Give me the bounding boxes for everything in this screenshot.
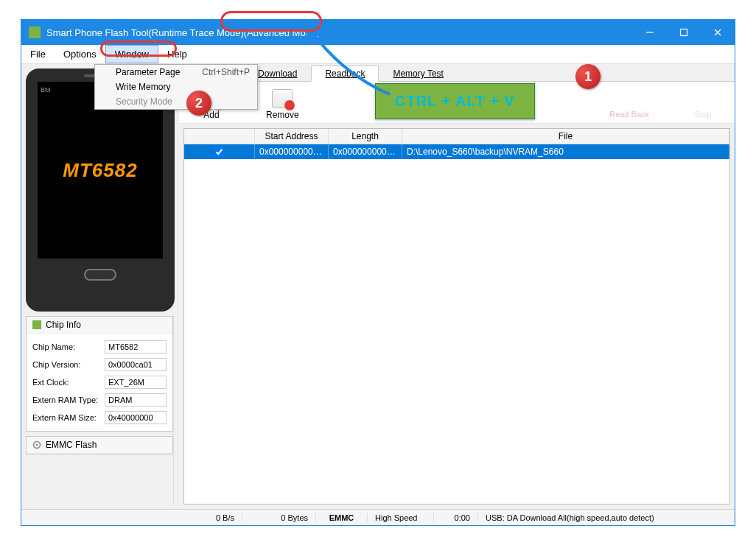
status-storage: EMMC — [316, 513, 368, 522]
window-menu-dropdown: Parameter Page Ctrl+Shift+P Write Memory… — [94, 64, 258, 110]
menu-item-label: Write Memory — [116, 82, 170, 92]
button-label: Read Back — [609, 110, 649, 119]
emmc-flash-panel: EMMC Flash — [26, 436, 173, 454]
chip-info-panel: Chip Info Chip Name:MT6582 Chip Version:… — [26, 316, 173, 432]
app-icon — [29, 27, 41, 38]
left-panel: BM MT6582 Chip Info Chip Name:MT6582 — [21, 64, 179, 509]
column-length: Length — [329, 129, 402, 144]
chip-name-value: MT6582 — [105, 340, 167, 354]
stop-icon — [693, 89, 713, 108]
tabs: Format Download Readback Memory Test — [179, 64, 735, 82]
column-file: File — [402, 129, 729, 144]
right-panel: Format Download Readback Memory Test Add… — [179, 64, 735, 509]
annotation-badge-1: 1 — [575, 64, 601, 89]
readback-button-disabled: Read Back — [609, 89, 649, 120]
menu-item-label: Parameter Page — [116, 67, 180, 77]
status-bytes: 0 Bytes — [242, 513, 316, 522]
tab-readback[interactable]: Readback — [311, 66, 379, 82]
app-window: Smart Phone Flash Tool(Runtime Trace Mod… — [21, 19, 735, 526]
menu-item-label: Security Mode — [116, 96, 172, 107]
remove-button[interactable]: Remove — [266, 89, 299, 120]
tab-memory-test[interactable]: Memory Test — [379, 66, 457, 82]
field-label: Extern RAM Size: — [32, 413, 100, 422]
panel-title: Chip Info — [46, 320, 81, 330]
window-title: Smart Phone Flash Tool(Runtime Trace Mod… — [46, 27, 319, 38]
cell-file: D:\Lenovo_S660\backup\NVRAM_S660 — [402, 144, 729, 159]
maximize-button[interactable] — [667, 20, 701, 45]
remove-icon — [272, 89, 293, 108]
menu-parameter-page[interactable]: Parameter Page Ctrl+Shift+P — [95, 65, 257, 80]
status-time: 0:00 — [434, 513, 478, 522]
menu-file[interactable]: File — [21, 45, 55, 63]
menu-shortcut: Ctrl+Shift+P — [202, 67, 250, 77]
menubar: File Options Window Help Parameter Page … — [21, 45, 735, 64]
stop-button-disabled: Stop — [693, 89, 713, 120]
status-bar: 0 B/s 0 Bytes EMMC High Speed 0:00 USB: … — [21, 509, 735, 525]
cell-start-address: 0x000000000100... — [255, 144, 329, 159]
gear-icon — [32, 440, 41, 449]
button-label: Remove — [266, 110, 299, 120]
menu-window[interactable]: Window — [105, 45, 158, 63]
field-label: Chip Version: — [32, 360, 100, 369]
annotation-text: CTRL + ALT + V — [395, 93, 515, 109]
menu-help[interactable]: Help — [158, 45, 196, 63]
panel-header: EMMC Flash — [27, 437, 172, 454]
chip-version-value: 0x0000ca01 — [105, 358, 167, 371]
phone-brand: BM — [41, 86, 51, 94]
ram-type-value: DRAM — [105, 393, 167, 407]
readback-icon — [620, 89, 639, 108]
table-row[interactable]: 0x000000000100... 0x000000000050... D:\L… — [184, 144, 729, 159]
row-checkbox[interactable] — [214, 147, 224, 157]
titlebar: Smart Phone Flash Tool(Runtime Trace Mod… — [21, 20, 735, 45]
column-start-address: Start Address — [255, 129, 329, 144]
chip-icon — [32, 320, 41, 329]
field-label: Ext Clock: — [32, 378, 100, 387]
annotation-badge-2: 2 — [186, 91, 211, 116]
svg-point-5 — [36, 444, 38, 446]
menu-options[interactable]: Options — [55, 45, 105, 63]
status-mode: High Speed — [368, 513, 434, 522]
field-label: Chip Name: — [32, 342, 100, 351]
status-speed: 0 B/s — [154, 513, 242, 522]
field-label: Extern RAM Type: — [32, 395, 100, 404]
cell-length: 0x000000000050... — [329, 144, 402, 159]
menu-write-memory[interactable]: Write Memory — [95, 80, 257, 94]
window-controls — [633, 20, 735, 45]
ext-clock-value: EXT_26M — [105, 376, 167, 389]
status-usb: USB: DA Download All(high speed,auto det… — [478, 513, 735, 522]
svg-rect-1 — [681, 29, 687, 36]
main-body: BM MT6582 Chip Info Chip Name:MT6582 — [21, 64, 735, 509]
readback-table: Start Address Length File 0x000000000100… — [183, 128, 730, 504]
panel-header: Chip Info — [27, 317, 172, 334]
button-label: Stop — [695, 110, 712, 119]
ram-size-value: 0x40000000 — [105, 411, 167, 424]
minimize-button[interactable] — [633, 20, 667, 45]
left-scrollbar[interactable] — [173, 316, 175, 504]
close-button[interactable] — [701, 20, 735, 45]
chip-label: MT6582 — [63, 159, 137, 182]
column-checkbox — [184, 129, 255, 144]
phone-home-icon — [84, 269, 116, 281]
menu-security-mode[interactable]: Security Mode — [95, 94, 257, 109]
annotation-callout: CTRL + ALT + V — [375, 83, 535, 119]
table-header: Start Address Length File — [184, 129, 729, 144]
panel-title: EMMC Flash — [46, 440, 97, 450]
